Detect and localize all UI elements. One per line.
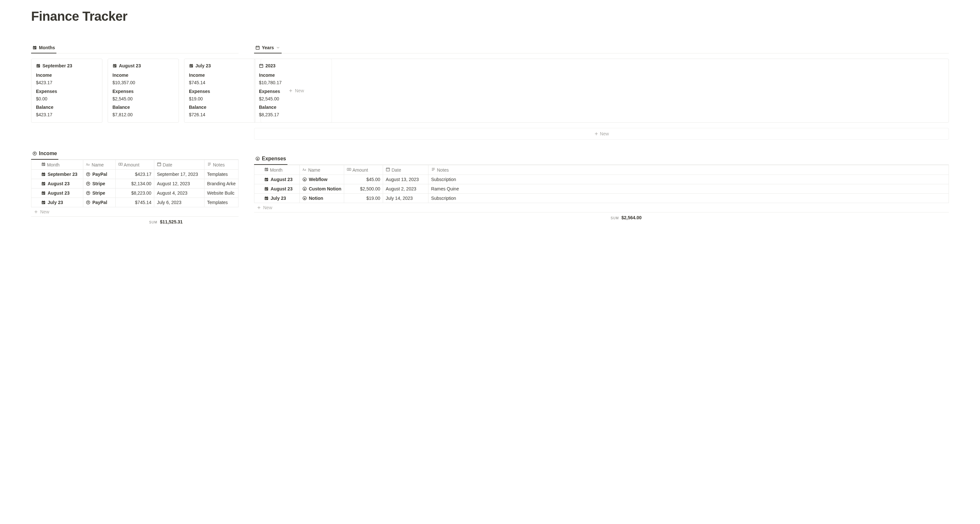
- income-label: Income: [259, 72, 944, 78]
- cell-month: September 23: [48, 171, 78, 177]
- cell-name: Stripe: [92, 191, 105, 195]
- expenses-value: $0.00: [36, 96, 97, 102]
- cell-name: Notion: [309, 195, 323, 201]
- expenses-tab-label: Expenses: [262, 156, 286, 162]
- col-name[interactable]: Name: [300, 165, 344, 175]
- calendar-icon: [259, 64, 264, 68]
- expenses-sum: SUM $2,564.00: [254, 213, 949, 220]
- table-row[interactable]: August 23 Webflow $45.00 August 13, 2023…: [255, 175, 949, 184]
- col-amount[interactable]: Amount: [344, 165, 383, 175]
- income-new-row[interactable]: New: [31, 207, 239, 217]
- arrow-up-circle-icon: [32, 151, 37, 156]
- calendar-grid-icon: [41, 172, 46, 176]
- year-card[interactable]: 2023 Income $10,780.17 Expenses $2,545.0…: [254, 59, 949, 123]
- calendar-grid-icon: [189, 64, 194, 68]
- cell-month: August 23: [270, 186, 293, 191]
- col-month[interactable]: Month: [255, 165, 300, 175]
- table-row[interactable]: September 23 PayPal $423.17 September 17…: [32, 170, 239, 179]
- cell-month: July 23: [48, 200, 63, 205]
- month-card[interactable]: August 23 Income $10,357.00 Expenses $2,…: [108, 59, 179, 123]
- calendar-grid-icon: [32, 45, 37, 50]
- expenses-value: $19.00: [189, 96, 250, 102]
- cell-month: August 23: [48, 191, 70, 195]
- money-icon: [118, 162, 123, 167]
- cell-notes: Subscription: [428, 175, 949, 184]
- calendar-grid-icon: [113, 64, 117, 68]
- col-notes[interactable]: Notes: [428, 165, 949, 175]
- cell-amount: $745.14: [115, 198, 154, 207]
- arrow-down-circle-icon: [302, 196, 307, 200]
- table-row[interactable]: August 23 Stripe $2,134.00 August 12, 20…: [32, 179, 239, 189]
- income-label: Income: [113, 72, 174, 78]
- notes-icon: [207, 162, 212, 167]
- cell-name: Stripe: [92, 181, 105, 186]
- balance-value: $423.17: [36, 112, 97, 118]
- page-title: Finance Tracker: [31, 9, 949, 24]
- tab-months[interactable]: Months: [31, 43, 56, 54]
- arrow-down-circle-icon: [302, 177, 307, 182]
- income-value: $423.17: [36, 80, 97, 86]
- table-row[interactable]: August 23 Custom Notion $2,500.00 August…: [255, 184, 949, 194]
- calendar-grid-icon: [36, 64, 40, 68]
- plus-icon: [257, 205, 261, 210]
- table-row[interactable]: July 23 PayPal $745.14 July 6, 2023 Temp…: [32, 198, 239, 207]
- text-icon: [302, 167, 307, 171]
- cell-name: PayPal: [92, 171, 107, 177]
- cell-notes: Templates: [205, 170, 239, 179]
- tab-years[interactable]: Years: [254, 43, 282, 54]
- cell-month: July 23: [270, 195, 286, 201]
- years-new-row[interactable]: New: [254, 128, 949, 140]
- arrow-up-circle-icon: [86, 172, 91, 176]
- col-amount[interactable]: Amount: [115, 160, 154, 170]
- col-date[interactable]: Date: [383, 165, 428, 175]
- tab-income[interactable]: Income: [31, 149, 58, 160]
- col-date[interactable]: Date: [154, 160, 205, 170]
- cell-name: Custom Notion: [309, 186, 341, 191]
- month-card[interactable]: September 23 Income $423.17 Expenses $0.…: [31, 59, 102, 123]
- money-icon: [347, 167, 351, 171]
- tab-years-label: Years: [262, 45, 274, 50]
- calendar-grid-icon: [264, 187, 269, 191]
- chevron-down-icon: [276, 45, 280, 50]
- cell-notes: Branding Arke: [205, 179, 239, 189]
- col-name[interactable]: Name: [83, 160, 115, 170]
- calendar-icon: [157, 162, 161, 167]
- expenses-label: Expenses: [259, 89, 944, 95]
- calendar-grid-icon: [41, 200, 46, 205]
- cell-month: August 23: [48, 181, 70, 186]
- table-row[interactable]: August 23 Stripe $8,223.00 August 4, 202…: [32, 189, 239, 198]
- table-row[interactable]: July 23 Notion $19.00 July 14, 2023 Subs…: [255, 194, 949, 203]
- income-label: Income: [189, 72, 250, 78]
- month-card[interactable]: July 23 Income $745.14 Expenses $19.00 B…: [184, 59, 255, 123]
- cell-notes: Subscription: [428, 194, 949, 203]
- expenses-new-row[interactable]: New: [254, 203, 949, 213]
- income-value: $745.14: [189, 80, 250, 86]
- calendar-icon: [255, 45, 260, 50]
- balance-value: $726.14: [189, 112, 250, 118]
- cell-amount: $8,223.00: [115, 189, 154, 198]
- plus-icon: [34, 210, 38, 214]
- cell-date: September 17, 2023: [154, 170, 205, 179]
- cell-name: Webflow: [309, 177, 327, 182]
- month-card-title: July 23: [196, 63, 211, 69]
- col-month[interactable]: Month: [32, 160, 83, 170]
- cell-amount: $45.00: [344, 175, 383, 184]
- text-icon: [86, 162, 91, 167]
- tab-expenses[interactable]: Expenses: [254, 154, 288, 165]
- year-card-title: 2023: [266, 63, 275, 69]
- balance-label: Balance: [259, 104, 944, 110]
- expenses-value: $2,545.00: [259, 96, 944, 102]
- expenses-label: Expenses: [189, 89, 250, 95]
- calendar-grid-icon: [264, 177, 269, 182]
- income-value: $10,780.17: [259, 80, 944, 86]
- cell-month: August 23: [270, 177, 293, 182]
- expenses-label: Expenses: [36, 89, 97, 95]
- cell-amount: $19.00: [344, 194, 383, 203]
- cell-amount: $2,134.00: [115, 179, 154, 189]
- col-notes[interactable]: Notes: [205, 160, 239, 170]
- income-label: Income: [36, 72, 97, 78]
- calendar-grid-icon: [264, 196, 269, 200]
- cell-notes: Rames Quine: [428, 184, 949, 194]
- cell-name: PayPal: [92, 200, 107, 205]
- cell-date: July 6, 2023: [154, 198, 205, 207]
